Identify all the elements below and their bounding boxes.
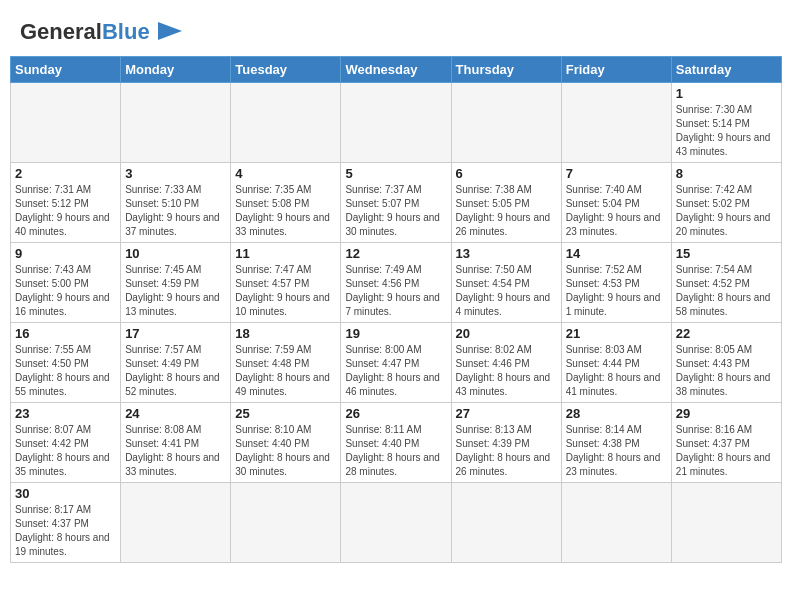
calendar-cell: 25Sunrise: 8:10 AM Sunset: 4:40 PM Dayli… bbox=[231, 403, 341, 483]
day-number: 10 bbox=[125, 246, 226, 261]
col-friday: Friday bbox=[561, 57, 671, 83]
calendar-header-row: Sunday Monday Tuesday Wednesday Thursday… bbox=[11, 57, 782, 83]
day-info: Sunrise: 7:50 AM Sunset: 4:54 PM Dayligh… bbox=[456, 263, 557, 319]
calendar-cell: 16Sunrise: 7:55 AM Sunset: 4:50 PM Dayli… bbox=[11, 323, 121, 403]
day-info: Sunrise: 7:42 AM Sunset: 5:02 PM Dayligh… bbox=[676, 183, 777, 239]
calendar-cell bbox=[11, 83, 121, 163]
day-number: 7 bbox=[566, 166, 667, 181]
day-info: Sunrise: 7:40 AM Sunset: 5:04 PM Dayligh… bbox=[566, 183, 667, 239]
logo-text: GeneralBlue bbox=[20, 21, 150, 43]
day-number: 4 bbox=[235, 166, 336, 181]
calendar-cell bbox=[121, 483, 231, 563]
day-info: Sunrise: 7:38 AM Sunset: 5:05 PM Dayligh… bbox=[456, 183, 557, 239]
calendar-week-row: 9Sunrise: 7:43 AM Sunset: 5:00 PM Daylig… bbox=[11, 243, 782, 323]
calendar-cell bbox=[671, 483, 781, 563]
calendar-cell: 22Sunrise: 8:05 AM Sunset: 4:43 PM Dayli… bbox=[671, 323, 781, 403]
day-number: 24 bbox=[125, 406, 226, 421]
calendar-cell bbox=[341, 483, 451, 563]
calendar-cell bbox=[121, 83, 231, 163]
calendar-cell: 17Sunrise: 7:57 AM Sunset: 4:49 PM Dayli… bbox=[121, 323, 231, 403]
calendar-cell: 3Sunrise: 7:33 AM Sunset: 5:10 PM Daylig… bbox=[121, 163, 231, 243]
logo-icon bbox=[154, 18, 184, 44]
day-number: 2 bbox=[15, 166, 116, 181]
col-tuesday: Tuesday bbox=[231, 57, 341, 83]
calendar-cell: 14Sunrise: 7:52 AM Sunset: 4:53 PM Dayli… bbox=[561, 243, 671, 323]
calendar-cell: 28Sunrise: 8:14 AM Sunset: 4:38 PM Dayli… bbox=[561, 403, 671, 483]
day-number: 5 bbox=[345, 166, 446, 181]
day-info: Sunrise: 8:11 AM Sunset: 4:40 PM Dayligh… bbox=[345, 423, 446, 479]
day-info: Sunrise: 8:16 AM Sunset: 4:37 PM Dayligh… bbox=[676, 423, 777, 479]
calendar-table: Sunday Monday Tuesday Wednesday Thursday… bbox=[10, 56, 782, 563]
calendar-cell: 5Sunrise: 7:37 AM Sunset: 5:07 PM Daylig… bbox=[341, 163, 451, 243]
calendar-week-row: 1Sunrise: 7:30 AM Sunset: 5:14 PM Daylig… bbox=[11, 83, 782, 163]
day-number: 25 bbox=[235, 406, 336, 421]
calendar-cell: 29Sunrise: 8:16 AM Sunset: 4:37 PM Dayli… bbox=[671, 403, 781, 483]
calendar-cell: 1Sunrise: 7:30 AM Sunset: 5:14 PM Daylig… bbox=[671, 83, 781, 163]
calendar-cell: 12Sunrise: 7:49 AM Sunset: 4:56 PM Dayli… bbox=[341, 243, 451, 323]
calendar-cell: 2Sunrise: 7:31 AM Sunset: 5:12 PM Daylig… bbox=[11, 163, 121, 243]
day-info: Sunrise: 8:08 AM Sunset: 4:41 PM Dayligh… bbox=[125, 423, 226, 479]
day-info: Sunrise: 8:03 AM Sunset: 4:44 PM Dayligh… bbox=[566, 343, 667, 399]
day-number: 27 bbox=[456, 406, 557, 421]
svg-marker-0 bbox=[158, 22, 182, 40]
day-number: 8 bbox=[676, 166, 777, 181]
day-number: 28 bbox=[566, 406, 667, 421]
day-info: Sunrise: 8:10 AM Sunset: 4:40 PM Dayligh… bbox=[235, 423, 336, 479]
calendar-cell: 13Sunrise: 7:50 AM Sunset: 4:54 PM Dayli… bbox=[451, 243, 561, 323]
day-number: 3 bbox=[125, 166, 226, 181]
day-info: Sunrise: 7:33 AM Sunset: 5:10 PM Dayligh… bbox=[125, 183, 226, 239]
day-number: 26 bbox=[345, 406, 446, 421]
day-number: 18 bbox=[235, 326, 336, 341]
day-number: 1 bbox=[676, 86, 777, 101]
calendar-cell: 11Sunrise: 7:47 AM Sunset: 4:57 PM Dayli… bbox=[231, 243, 341, 323]
calendar-cell bbox=[561, 83, 671, 163]
calendar-week-row: 2Sunrise: 7:31 AM Sunset: 5:12 PM Daylig… bbox=[11, 163, 782, 243]
calendar-cell bbox=[341, 83, 451, 163]
day-number: 15 bbox=[676, 246, 777, 261]
day-number: 6 bbox=[456, 166, 557, 181]
day-number: 29 bbox=[676, 406, 777, 421]
day-info: Sunrise: 7:30 AM Sunset: 5:14 PM Dayligh… bbox=[676, 103, 777, 159]
calendar-cell: 27Sunrise: 8:13 AM Sunset: 4:39 PM Dayli… bbox=[451, 403, 561, 483]
calendar-cell: 26Sunrise: 8:11 AM Sunset: 4:40 PM Dayli… bbox=[341, 403, 451, 483]
day-info: Sunrise: 7:59 AM Sunset: 4:48 PM Dayligh… bbox=[235, 343, 336, 399]
day-number: 17 bbox=[125, 326, 226, 341]
day-info: Sunrise: 7:31 AM Sunset: 5:12 PM Dayligh… bbox=[15, 183, 116, 239]
col-monday: Monday bbox=[121, 57, 231, 83]
day-info: Sunrise: 8:14 AM Sunset: 4:38 PM Dayligh… bbox=[566, 423, 667, 479]
calendar-cell bbox=[231, 83, 341, 163]
day-info: Sunrise: 8:02 AM Sunset: 4:46 PM Dayligh… bbox=[456, 343, 557, 399]
day-number: 16 bbox=[15, 326, 116, 341]
day-info: Sunrise: 8:05 AM Sunset: 4:43 PM Dayligh… bbox=[676, 343, 777, 399]
calendar-cell: 4Sunrise: 7:35 AM Sunset: 5:08 PM Daylig… bbox=[231, 163, 341, 243]
calendar-week-row: 23Sunrise: 8:07 AM Sunset: 4:42 PM Dayli… bbox=[11, 403, 782, 483]
day-info: Sunrise: 7:52 AM Sunset: 4:53 PM Dayligh… bbox=[566, 263, 667, 319]
day-number: 14 bbox=[566, 246, 667, 261]
calendar-week-row: 30Sunrise: 8:17 AM Sunset: 4:37 PM Dayli… bbox=[11, 483, 782, 563]
day-number: 12 bbox=[345, 246, 446, 261]
calendar-cell bbox=[451, 483, 561, 563]
day-number: 21 bbox=[566, 326, 667, 341]
calendar-week-row: 16Sunrise: 7:55 AM Sunset: 4:50 PM Dayli… bbox=[11, 323, 782, 403]
calendar-cell bbox=[231, 483, 341, 563]
calendar-cell: 23Sunrise: 8:07 AM Sunset: 4:42 PM Dayli… bbox=[11, 403, 121, 483]
day-info: Sunrise: 7:35 AM Sunset: 5:08 PM Dayligh… bbox=[235, 183, 336, 239]
day-info: Sunrise: 7:43 AM Sunset: 5:00 PM Dayligh… bbox=[15, 263, 116, 319]
day-number: 30 bbox=[15, 486, 116, 501]
day-info: Sunrise: 7:45 AM Sunset: 4:59 PM Dayligh… bbox=[125, 263, 226, 319]
calendar-cell bbox=[451, 83, 561, 163]
logo: GeneralBlue bbox=[20, 20, 184, 44]
day-info: Sunrise: 8:13 AM Sunset: 4:39 PM Dayligh… bbox=[456, 423, 557, 479]
day-number: 13 bbox=[456, 246, 557, 261]
calendar-cell: 10Sunrise: 7:45 AM Sunset: 4:59 PM Dayli… bbox=[121, 243, 231, 323]
day-number: 23 bbox=[15, 406, 116, 421]
col-wednesday: Wednesday bbox=[341, 57, 451, 83]
calendar-cell: 30Sunrise: 8:17 AM Sunset: 4:37 PM Dayli… bbox=[11, 483, 121, 563]
header: GeneralBlue bbox=[10, 10, 782, 52]
day-number: 9 bbox=[15, 246, 116, 261]
day-info: Sunrise: 7:37 AM Sunset: 5:07 PM Dayligh… bbox=[345, 183, 446, 239]
day-info: Sunrise: 8:17 AM Sunset: 4:37 PM Dayligh… bbox=[15, 503, 116, 559]
col-sunday: Sunday bbox=[11, 57, 121, 83]
day-info: Sunrise: 7:55 AM Sunset: 4:50 PM Dayligh… bbox=[15, 343, 116, 399]
day-info: Sunrise: 7:49 AM Sunset: 4:56 PM Dayligh… bbox=[345, 263, 446, 319]
